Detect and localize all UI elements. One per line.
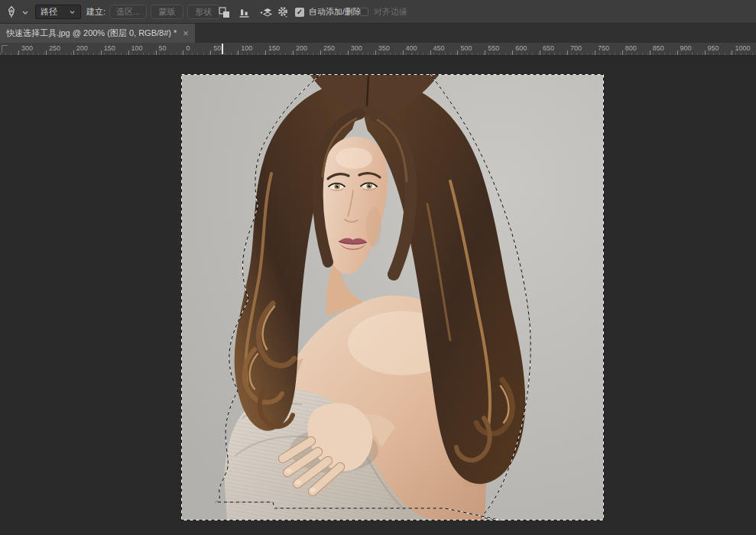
ruler-label: 200 — [76, 44, 88, 52]
ruler-cursor-indicator — [222, 44, 223, 54]
ruler-label: 550 — [488, 44, 499, 52]
ruler-label: 50 — [213, 44, 221, 52]
document-tab-bar: 快速选择工具.jpg @ 200% (图层 0, RGB/8#) * × — [0, 24, 756, 43]
ruler-label: 750 — [598, 44, 609, 52]
ruler-label: 100 — [131, 44, 143, 52]
ruler-tick — [320, 50, 321, 55]
auto-add-delete-label: 自动添加/删除 — [309, 6, 362, 18]
ruler-label: 250 — [323, 44, 335, 52]
ruler-label: 400 — [406, 44, 417, 52]
path-alignment-button[interactable] — [237, 6, 251, 18]
photo-canvas[interactable] — [181, 74, 604, 520]
path-arrangement-button[interactable] — [257, 6, 274, 18]
ruler-label: 450 — [433, 44, 445, 52]
make-shape-button[interactable]: 形状 — [187, 5, 220, 19]
ruler-tick — [403, 50, 404, 55]
ruler-tick — [210, 50, 211, 55]
ruler-tick — [156, 50, 157, 55]
ruler-label: 300 — [351, 44, 362, 52]
ruler-tick — [512, 50, 513, 55]
make-label: 建立: — [86, 6, 105, 18]
ruler-tick — [18, 50, 19, 55]
chevron-down-icon — [21, 9, 29, 15]
tool-mode-select[interactable]: 路径 — [35, 5, 81, 19]
tool-mode-value: 路径 — [41, 6, 57, 18]
tool-preset[interactable] — [5, 0, 29, 24]
ruler-tick — [73, 50, 74, 55]
ruler-tick — [650, 50, 651, 55]
photoshop-window: 路径 建立: 选区... 蒙版 形状 — [0, 0, 756, 535]
ruler-tick — [101, 50, 102, 55]
tab-close-icon[interactable]: × — [183, 28, 189, 39]
chevron-down-icon — [69, 9, 76, 15]
ruler-tick — [265, 50, 266, 55]
ruler-tick — [457, 50, 458, 55]
ruler-tick — [677, 50, 678, 55]
path-operations-icon — [219, 7, 230, 18]
canvas-area[interactable] — [0, 56, 756, 535]
ruler-label: 200 — [296, 44, 307, 52]
ruler-tick — [705, 50, 706, 55]
ruler-label: 800 — [625, 44, 637, 52]
ruler-label: 150 — [268, 44, 280, 52]
ruler-label: 650 — [543, 44, 554, 52]
ruler-label: 600 — [515, 44, 527, 52]
ruler-label: 250 — [49, 44, 60, 52]
ruler-label: 850 — [653, 44, 664, 52]
ruler-label: 300 — [21, 44, 33, 52]
ruler-tick — [622, 50, 623, 55]
ruler-label: 900 — [680, 44, 692, 52]
tool-options-bar: 路径 建立: 选区... 蒙版 形状 — [0, 0, 756, 24]
ruler-label: 500 — [460, 44, 472, 52]
tool-settings-button[interactable] — [276, 6, 290, 18]
ruler-tick — [183, 50, 183, 55]
make-selection-button[interactable]: 选区... — [109, 5, 147, 19]
ruler-label: 50 — [159, 44, 167, 52]
ruler-tick — [540, 50, 540, 55]
align-edges-label: 对齐边缘 — [374, 6, 407, 18]
auto-add-delete-label-wrap: 自动添加/删除 — [309, 0, 362, 24]
ruler-label: 0 — [186, 44, 190, 52]
ruler-label: 700 — [570, 44, 582, 52]
path-operations-button[interactable] — [217, 6, 231, 18]
ruler-label: 150 — [104, 44, 115, 52]
make-mask-button[interactable]: 蒙版 — [151, 5, 183, 19]
document-tab-title: 快速选择工具.jpg @ 200% (图层 0, RGB/8#) * — [6, 28, 177, 39]
ruler-tick — [46, 50, 47, 55]
ruler-label: 1000 — [735, 44, 750, 52]
path-arrangement-icon — [258, 7, 273, 18]
ruler-tick — [567, 50, 568, 55]
ruler-label: 100 — [241, 44, 252, 52]
photo-image — [181, 74, 604, 520]
auto-add-delete-checkbox[interactable]: ✓ — [295, 8, 304, 17]
horizontal-ruler[interactable]: 3002502001501005005010015020025030035040… — [0, 43, 756, 56]
path-alignment-icon — [238, 7, 250, 18]
ruler-tick — [348, 50, 349, 55]
ruler-tick — [293, 50, 294, 55]
ruler-tick — [128, 50, 129, 55]
ruler-tick — [430, 50, 431, 55]
align-edges-checkbox — [360, 8, 368, 16]
ruler-tick — [375, 50, 376, 55]
document-tab[interactable]: 快速选择工具.jpg @ 200% (图层 0, RGB/8#) * × — [0, 24, 195, 43]
ruler-origin-icon — [2, 45, 8, 53]
ruler-tick — [595, 50, 595, 55]
ruler-tick — [732, 50, 732, 55]
ruler-label: 950 — [708, 44, 719, 52]
ruler-label: 350 — [378, 44, 390, 52]
pen-tool-icon — [5, 5, 18, 19]
ruler-tick — [238, 50, 238, 55]
ruler-tick — [485, 50, 485, 55]
gear-icon — [277, 6, 289, 18]
align-edges-label-wrap: 对齐边缘 — [374, 0, 407, 24]
make-label-wrap: 建立: — [86, 0, 105, 24]
